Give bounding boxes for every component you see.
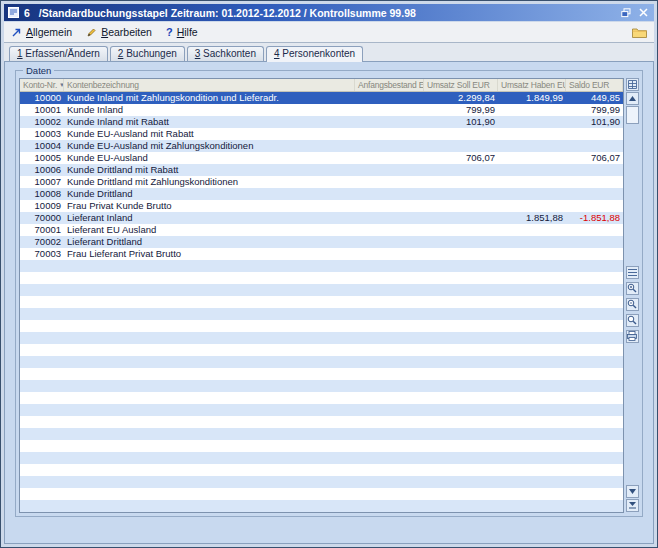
cell-saldo (566, 440, 623, 452)
table-row[interactable]: 10006 Kunde Drittland mit Rabatt (20, 164, 623, 176)
scroll-up-icon[interactable] (626, 92, 639, 105)
cell-umsatz-soll (424, 356, 498, 368)
cell-saldo (566, 464, 623, 476)
scrollbar-thumb[interactable] (626, 106, 639, 124)
column-header-saldo[interactable]: Saldo EUR (566, 79, 623, 91)
cell-konto-nr (20, 344, 64, 356)
table-row[interactable] (20, 416, 623, 428)
table-row[interactable] (20, 356, 623, 368)
table-row[interactable] (20, 452, 623, 464)
cell-konto-nr (20, 500, 64, 512)
table-row[interactable]: 70002 Lieferant Drittland (20, 236, 623, 248)
table-row[interactable] (20, 404, 623, 416)
cell-kontenbezeichnung (64, 356, 355, 368)
cell-kontenbezeichnung (64, 404, 355, 416)
tab-sachkonten[interactable]: 3 Sachkonten (187, 46, 264, 61)
cell-anfangsbestand (355, 164, 424, 176)
table-row[interactable] (20, 476, 623, 488)
cell-umsatz-haben (498, 248, 566, 260)
tab-erfassen-aendern[interactable]: 1 Erfassen/Ändern (9, 46, 108, 61)
scroll-down-icon[interactable] (626, 485, 639, 498)
table-row[interactable]: 70001 Lieferant EU Ausland (20, 224, 623, 236)
bearbeiten-button[interactable]: Bearbeiten (86, 26, 152, 38)
cell-saldo (566, 380, 623, 392)
folder-icon[interactable] (632, 27, 647, 38)
table-row[interactable] (20, 344, 623, 356)
column-header-umsatz-haben[interactable]: Umsatz Haben EUR (498, 79, 566, 91)
cell-kontenbezeichnung: Lieferant Inland (64, 212, 355, 224)
accounts-table: Konto-Nr. ▼ Kontenbezeichnung Anfangsbes… (19, 78, 624, 513)
table-row[interactable]: 10009 Frau Privat Kunde Brutto (20, 200, 623, 212)
scroll-to-end-icon[interactable] (626, 499, 639, 512)
cell-saldo (566, 368, 623, 380)
table-row[interactable] (20, 320, 623, 332)
table-row[interactable] (20, 380, 623, 392)
zoom-in-icon[interactable] (626, 282, 639, 295)
table-row[interactable]: 70003 Frau Lieferant Privat Brutto (20, 248, 623, 260)
tab-buchungen[interactable]: 2 Buchungen (110, 46, 185, 61)
allgemein-button[interactable]: Allgemein (11, 26, 72, 38)
cell-anfangsbestand (355, 440, 424, 452)
table-row[interactable]: 10004 Kunde EU-Ausland mit Zahlungskondi… (20, 140, 623, 152)
table-row[interactable]: 10000 Kunde Inland mit Zahlungskondition… (20, 92, 623, 104)
cell-umsatz-haben (498, 344, 566, 356)
cell-kontenbezeichnung: Frau Lieferant Privat Brutto (64, 248, 355, 260)
column-header-kontenbezeichnung[interactable]: Kontenbezeichnung (64, 79, 355, 91)
table-row[interactable] (20, 368, 623, 380)
cell-kontenbezeichnung (64, 272, 355, 284)
column-header-konto-nr[interactable]: Konto-Nr. ▼ (20, 79, 64, 91)
table-row[interactable]: 10007 Kunde Drittland mit Zahlungskondit… (20, 176, 623, 188)
table-row[interactable]: 70000 Lieferant Inland 1.851,88 -1.851,8… (20, 212, 623, 224)
tab-personenkonten[interactable]: 4 Personenkonten (266, 46, 363, 62)
table-row[interactable] (20, 500, 623, 512)
cell-kontenbezeichnung (64, 428, 355, 440)
table-row[interactable] (20, 428, 623, 440)
table-row[interactable] (20, 464, 623, 476)
column-header-umsatz-soll[interactable]: Umsatz Soll EUR (424, 79, 498, 91)
table-row[interactable]: 10003 Kunde EU-Ausland mit Rabatt (20, 128, 623, 140)
table-row[interactable]: 10005 Kunde EU-Ausland 706,07 706,07 (20, 152, 623, 164)
list-icon[interactable] (626, 266, 639, 279)
table-row[interactable]: 10001 Kunde Inland 799,99 799,99 (20, 104, 623, 116)
table-body: 10000 Kunde Inland mit Zahlungskondition… (20, 92, 623, 512)
search-icon[interactable] (626, 314, 639, 327)
table-row[interactable] (20, 272, 623, 284)
cell-umsatz-soll: 101,90 (424, 116, 498, 128)
list-tools (626, 266, 639, 344)
close-icon[interactable] (637, 7, 650, 19)
cell-kontenbezeichnung: Kunde Drittland (64, 188, 355, 200)
cell-konto-nr (20, 392, 64, 404)
table-row[interactable]: 10008 Kunde Drittland (20, 188, 623, 200)
cell-konto-nr (20, 284, 64, 296)
table-row[interactable] (20, 260, 623, 272)
cell-umsatz-haben (498, 356, 566, 368)
cell-anfangsbestand (355, 332, 424, 344)
column-header-anfangsbestand[interactable]: Anfangsbestand EUR (355, 79, 424, 91)
cell-saldo (566, 488, 623, 500)
cell-umsatz-soll (424, 488, 498, 500)
cell-umsatz-soll (424, 224, 498, 236)
cell-umsatz-soll (424, 284, 498, 296)
cell-konto-nr: 10006 (20, 164, 64, 176)
cell-umsatz-soll (424, 308, 498, 320)
table-row[interactable]: 10002 Kunde Inland mit Rabatt 101,90 101… (20, 116, 623, 128)
cell-umsatz-haben: 1.851,88 (498, 212, 566, 224)
zoom-out-icon[interactable] (626, 298, 639, 311)
cell-kontenbezeichnung: Lieferant Drittland (64, 236, 355, 248)
table-row[interactable] (20, 440, 623, 452)
cell-konto-nr: 10009 (20, 200, 64, 212)
restore-icon[interactable] (619, 7, 632, 19)
table-row[interactable] (20, 296, 623, 308)
hilfe-button[interactable]: ? Hilfe (166, 26, 198, 38)
column-settings-icon[interactable] (626, 78, 639, 91)
cell-umsatz-haben (498, 128, 566, 140)
table-row[interactable] (20, 284, 623, 296)
cell-umsatz-haben (498, 488, 566, 500)
print-icon[interactable] (626, 330, 639, 343)
cell-saldo (566, 164, 623, 176)
cell-kontenbezeichnung (64, 320, 355, 332)
table-row[interactable] (20, 308, 623, 320)
table-row[interactable] (20, 488, 623, 500)
table-row[interactable] (20, 332, 623, 344)
table-row[interactable] (20, 392, 623, 404)
